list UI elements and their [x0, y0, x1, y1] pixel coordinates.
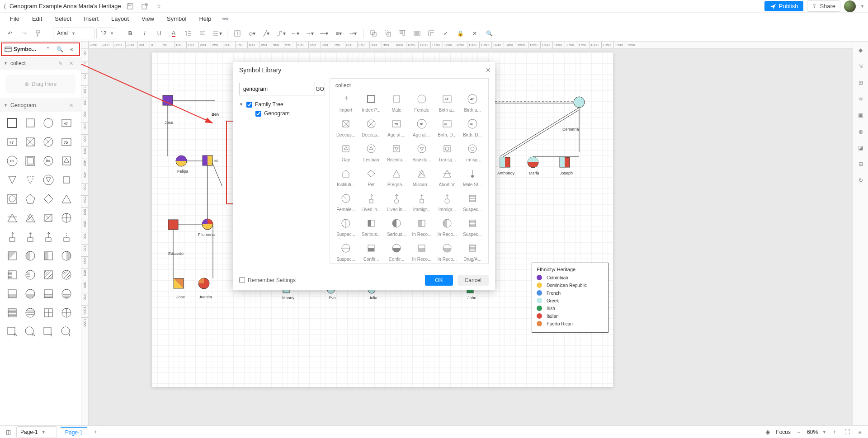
save-icon[interactable] [125, 1, 136, 12]
tree-genogram[interactable]: Genogram [248, 109, 325, 118]
symbol-deceas-[interactable]: Deceas... [334, 117, 358, 137]
legend-box[interactable]: Elhnicty/ Heritage ColombianDominican Re… [532, 263, 609, 333]
zoom-level[interactable]: 60% [807, 429, 818, 435]
symbol-male[interactable]: Male [384, 92, 409, 113]
node-jose[interactable] [163, 95, 173, 105]
shape-sq-s[interactable]: S [5, 324, 20, 339]
symbol-bisextu-[interactable]: Bisextu... [384, 142, 409, 162]
symbol-lesbian[interactable]: Lesbian [359, 142, 383, 162]
fill-button[interactable]: ◇▾ [245, 27, 258, 40]
bold-button[interactable]: B [124, 27, 137, 40]
star-icon[interactable]: ☆ [154, 1, 165, 12]
text-direction-button[interactable] [182, 27, 194, 40]
jump-style-button[interactable]: ⤻▾ [347, 27, 359, 40]
comment-panel-icon[interactable]: ◪ [855, 142, 867, 154]
symbol-suspec-[interactable]: Suspec... [460, 217, 485, 237]
align-objects-button[interactable] [396, 27, 409, 40]
shape-tri-down[interactable] [5, 172, 20, 188]
line-button[interactable]: ╱▾ [260, 27, 273, 40]
symbol-instituti-[interactable]: Instituti... [334, 167, 358, 187]
shape-quad-circ[interactable] [59, 305, 74, 320]
share-button[interactable]: ⇪ Share [807, 0, 840, 12]
shape-tri-x[interactable] [23, 210, 38, 226]
history-panel-icon[interactable]: ↻ [855, 174, 867, 186]
close-genogram-icon[interactable]: ✕ [69, 103, 77, 108]
collapse-panel-icon[interactable]: ⌃ [43, 44, 53, 54]
search-panel-icon[interactable]: 🔍 [55, 44, 65, 54]
shape-hatch-circ-b[interactable] [59, 286, 74, 301]
shape-sq-l[interactable]: L [41, 324, 56, 339]
close-collect-icon[interactable]: ✕ [69, 61, 77, 66]
go-button[interactable]: GO [315, 83, 325, 95]
fontsize-select[interactable]: 12▼ [96, 28, 116, 39]
node-demetria[interactable] [574, 97, 585, 108]
shape-deceased-square[interactable] [23, 134, 38, 150]
shape-hatch-sq-diag[interactable] [41, 267, 56, 283]
shape-square-thick[interactable] [5, 115, 20, 131]
outline-icon[interactable]: ◫ [4, 428, 13, 437]
symbol-birth-a-[interactable]: 47Birth a... [460, 92, 485, 113]
shape-tri-in-square[interactable] [59, 153, 74, 169]
shape-circ-s[interactable]: S [23, 324, 38, 339]
edit-collect-icon[interactable]: ✎ [58, 61, 66, 66]
symbol-bisextu-[interactable]: Bisextu... [410, 142, 434, 162]
line-weight-button[interactable]: ≡▾ [332, 27, 345, 40]
symbol-suspec-[interactable]: Suspec... [334, 217, 358, 237]
underline-button[interactable]: U [153, 27, 165, 40]
menu-help[interactable]: Help [193, 14, 217, 24]
undo-button[interactable]: ↶ [4, 27, 16, 40]
shape-x-circ[interactable] [59, 210, 74, 226]
shape-birth-card2[interactable]: 47 [5, 134, 20, 150]
shape-half-sq-v[interactable] [41, 248, 56, 264]
symbol-gay[interactable]: Gay [334, 142, 358, 162]
avatar[interactable] [844, 0, 856, 12]
shape-tri-down-circle[interactable] [41, 172, 56, 188]
shape-hatch-sq-b[interactable] [41, 286, 56, 301]
shape-half-sq-b[interactable] [5, 286, 20, 301]
symbol-lived-in-[interactable]: Lived in... [359, 192, 383, 212]
menu-select[interactable]: Select [48, 14, 77, 24]
shape-half-circ-b[interactable] [23, 286, 38, 301]
shape-tri-down-dashed[interactable] [23, 172, 38, 188]
symbol-confir-[interactable]: Confir... [359, 241, 383, 262]
symbol-import[interactable]: +Import [334, 92, 358, 113]
fullscreen-button[interactable]: ⛶ [843, 428, 852, 437]
shape-square-thin[interactable] [23, 115, 38, 131]
shape-x-sq[interactable] [41, 210, 56, 226]
italic-button[interactable]: I [138, 27, 151, 40]
symbol-age-at-[interactable]: 70Age at ... [384, 117, 409, 137]
text-box-button[interactable]: T [231, 27, 244, 40]
size-match-button[interactable] [425, 27, 438, 40]
arrow-start-button[interactable]: ←▾ [289, 27, 302, 40]
search-toolbar-button[interactable]: 🔍 [483, 27, 495, 40]
shape-deceased-circle[interactable] [41, 134, 56, 150]
genogram-header[interactable]: ▼ Genogram ✕ [0, 99, 81, 112]
shape-circle[interactable] [41, 115, 56, 131]
shape-dbl-square[interactable] [23, 153, 38, 169]
redo-button[interactable]: ↷ [18, 27, 31, 40]
focus-icon[interactable]: ◉ [763, 428, 772, 437]
connector-button[interactable]: ▾ [274, 27, 287, 40]
shape-diamond[interactable] [41, 191, 56, 207]
shape-half-circ-r[interactable] [59, 248, 74, 264]
symbol-female[interactable]: Female [410, 92, 434, 113]
menu-file[interactable]: File [4, 14, 26, 24]
shape-half-circ-v[interactable] [23, 248, 38, 264]
shape-full-hatch-circ[interactable] [23, 305, 38, 320]
symbol-pregna-[interactable]: Pregna... [384, 167, 409, 187]
canvas-area[interactable]: -250-200-150-100-50050100150200250300350… [81, 42, 853, 425]
symbol-in-reco-[interactable]: In Reco... [435, 241, 459, 262]
shape-age-70-cir[interactable]: 70 [5, 153, 20, 169]
symbol-immigr-[interactable]: Immigr... [410, 192, 434, 212]
checkbox-family-tree[interactable] [246, 102, 252, 108]
symbol-search-input[interactable] [240, 83, 315, 95]
shape-triangle[interactable] [59, 191, 74, 207]
shape-birth-card1[interactable]: 47 [59, 115, 74, 131]
shape-half-sq-diag[interactable] [5, 248, 20, 264]
menu-view[interactable]: View [135, 14, 160, 24]
export-icon[interactable] [139, 1, 150, 12]
lock-button[interactable]: 🔒 [454, 27, 467, 40]
symbol-lived-in-[interactable]: Lived in... [384, 192, 409, 212]
close-icon[interactable]: × [486, 66, 491, 75]
grid-panel-icon[interactable]: ⊞ [855, 77, 867, 89]
